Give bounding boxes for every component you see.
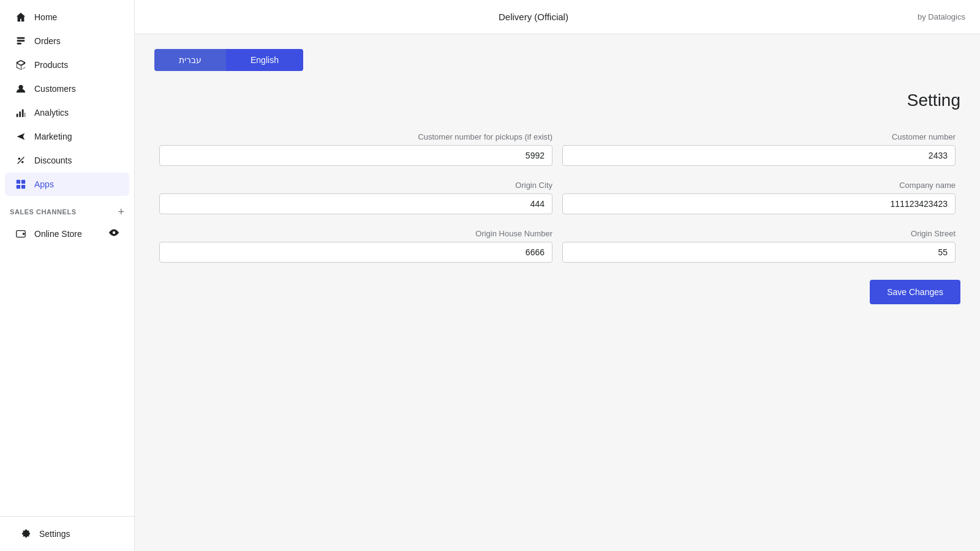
sidebar-item-label: Customers — [34, 84, 76, 94]
input-pickup-customer[interactable] — [159, 145, 552, 166]
form-cell-customer-number: Customer number — [557, 125, 960, 173]
sidebar-item-label: Orders — [34, 36, 61, 46]
orders-icon — [15, 35, 27, 47]
label-company-name: Company name — [562, 181, 956, 190]
input-origin-street[interactable] — [562, 242, 956, 263]
sidebar-bottom: Settings — [0, 516, 134, 551]
svg-point-17 — [113, 231, 116, 234]
sidebar-item-label: Marketing — [34, 132, 72, 141]
add-sales-channel-button[interactable]: + — [118, 206, 124, 217]
label-customer-number: Customer number — [562, 132, 956, 141]
sidebar-item-online-store[interactable]: Online Store — [5, 222, 129, 246]
input-origin-city[interactable] — [159, 193, 552, 214]
svg-point-9 — [21, 161, 24, 163]
marketing-icon — [15, 130, 27, 143]
form-cell-company-name: Company name — [557, 173, 960, 222]
online-store-icon — [15, 228, 27, 240]
topbar: Delivery (Official) by Datalogics — [135, 0, 980, 34]
svg-rect-14 — [21, 185, 25, 189]
label-origin-house: Origin House Number — [159, 229, 552, 238]
svg-rect-1 — [17, 40, 25, 42]
products-icon — [15, 59, 27, 71]
analytics-icon — [15, 107, 27, 119]
label-origin-city: Origin City — [159, 181, 552, 190]
sidebar-item-customers[interactable]: Customers — [5, 77, 129, 100]
sidebar-item-label: Apps — [34, 179, 54, 189]
save-btn-row: Save Changes — [154, 280, 960, 304]
sidebar-item-products[interactable]: Products — [5, 53, 129, 77]
settings-form: Customer number for pickups (if exist) C… — [154, 125, 960, 270]
form-cell-origin-street: Origin Street — [557, 222, 960, 270]
form-cell-pickup-customer: Customer number for pickups (if exist) — [154, 125, 557, 173]
main-content: Delivery (Official) by Datalogics עברית … — [135, 0, 980, 551]
settings-label: Settings — [39, 529, 70, 539]
svg-point-8 — [18, 158, 21, 160]
sidebar-item-settings[interactable]: Settings — [10, 522, 124, 545]
svg-rect-7 — [24, 113, 25, 117]
svg-rect-5 — [19, 111, 21, 117]
svg-rect-2 — [17, 43, 21, 45]
input-origin-house[interactable] — [159, 242, 552, 263]
sales-channels-section: SALES CHANNELS + — [0, 197, 134, 221]
svg-point-3 — [18, 85, 23, 89]
sales-channels-label: SALES CHANNELS — [10, 208, 77, 216]
form-cell-origin-city: Origin City — [154, 173, 557, 222]
sidebar-item-analytics[interactable]: Analytics — [5, 101, 129, 124]
sidebar-item-home[interactable]: Home — [5, 6, 129, 29]
label-origin-street: Origin Street — [562, 229, 956, 238]
save-changes-button[interactable]: Save Changes — [870, 280, 960, 304]
sidebar-nav: Home Orders Products Customers Analytics — [0, 0, 134, 516]
svg-rect-11 — [17, 180, 20, 184]
input-company-name[interactable] — [562, 193, 956, 214]
sidebar-item-orders[interactable]: Orders — [5, 29, 129, 53]
setting-heading: Setting — [154, 91, 960, 110]
sidebar-item-apps[interactable]: Apps — [5, 173, 129, 196]
sidebar-item-label: Discounts — [34, 156, 72, 165]
svg-rect-12 — [21, 180, 25, 184]
online-store-label: Online Store — [34, 229, 82, 239]
sidebar-item-label: Analytics — [34, 108, 69, 118]
sidebar: Home Orders Products Customers Analytics — [0, 0, 135, 551]
svg-rect-0 — [17, 37, 25, 39]
sidebar-item-label: Products — [34, 60, 68, 70]
customers-icon — [15, 83, 27, 95]
input-customer-number[interactable] — [562, 145, 956, 166]
topbar-title: Delivery (Official) — [499, 12, 568, 22]
tab-hebrew[interactable]: עברית — [154, 49, 226, 71]
language-tabs: עברית English — [154, 49, 960, 71]
page-content: עברית English Setting Customer number fo… — [135, 34, 980, 551]
svg-point-16 — [23, 233, 25, 235]
form-cell-origin-house: Origin House Number — [154, 222, 557, 270]
online-store-eye-icon — [108, 227, 119, 240]
svg-rect-4 — [17, 114, 18, 117]
svg-rect-13 — [17, 185, 20, 189]
sidebar-item-marketing[interactable]: Marketing — [5, 125, 129, 148]
apps-icon — [15, 178, 27, 190]
label-pickup-customer: Customer number for pickups (if exist) — [159, 132, 552, 141]
topbar-by: by Datalogics — [918, 12, 965, 21]
tab-english[interactable]: English — [226, 49, 303, 71]
discounts-icon — [15, 154, 27, 167]
home-icon — [15, 11, 27, 23]
settings-icon — [20, 528, 32, 540]
svg-rect-6 — [22, 110, 24, 118]
sidebar-item-label: Home — [34, 12, 57, 22]
sidebar-item-discounts[interactable]: Discounts — [5, 149, 129, 172]
